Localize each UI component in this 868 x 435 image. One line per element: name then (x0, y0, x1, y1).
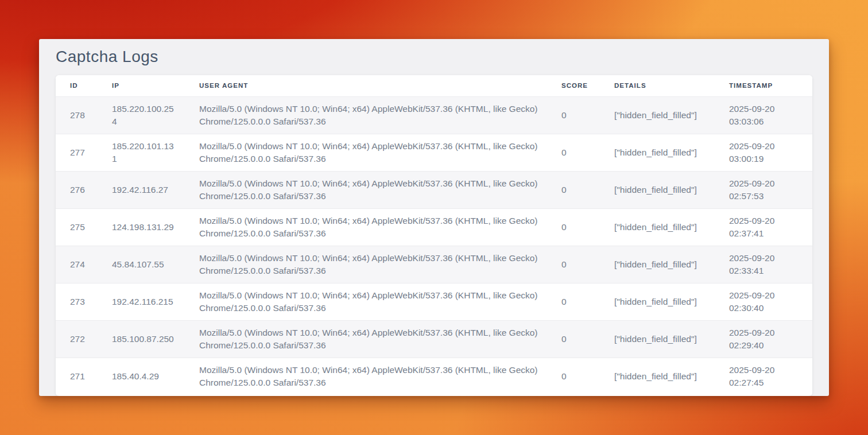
cell-user-agent: Mozilla/5.0 (Windows NT 10.0; Win64; x64… (185, 96, 547, 134)
captcha-logs-table-container: ID IP USER AGENT SCORE DETAILS TIMESTAMP… (56, 75, 812, 396)
cell-user-agent: Mozilla/5.0 (Windows NT 10.0; Win64; x64… (185, 134, 547, 171)
cell-details: ["hidden_field_filled"] (600, 320, 715, 358)
cell-id: 276 (56, 171, 98, 208)
cell-id: 272 (56, 320, 98, 358)
cell-timestamp: 2025-09-20 02:37:41 (715, 208, 812, 246)
cell-id: 273 (56, 283, 98, 320)
cell-ip: 192.42.116.215 (98, 283, 185, 320)
cell-user-agent: Mozilla/5.0 (Windows NT 10.0; Win64; x64… (185, 246, 547, 283)
cell-details: ["hidden_field_filled"] (600, 208, 715, 246)
cell-score: 0 (547, 283, 600, 320)
cell-ip: 185.220.101.131 (98, 134, 185, 171)
column-header-user-agent: USER AGENT (185, 75, 547, 96)
cell-details: ["hidden_field_filled"] (600, 246, 715, 283)
cell-id: 277 (56, 134, 98, 171)
cell-details: ["hidden_field_filled"] (600, 171, 715, 208)
cell-timestamp: 2025-09-20 03:00:19 (715, 134, 812, 171)
table-row: 271 185.40.4.29 Mozilla/5.0 (Windows NT … (56, 358, 812, 395)
table-header-row: ID IP USER AGENT SCORE DETAILS TIMESTAMP (56, 75, 812, 96)
cell-ip: 192.42.116.27 (98, 171, 185, 208)
captcha-logs-table: ID IP USER AGENT SCORE DETAILS TIMESTAMP… (56, 75, 812, 395)
column-header-score: SCORE (547, 75, 600, 96)
cell-score: 0 (547, 246, 600, 283)
cell-user-agent: Mozilla/5.0 (Windows NT 10.0; Win64; x64… (185, 208, 547, 246)
cell-user-agent: Mozilla/5.0 (Windows NT 10.0; Win64; x64… (185, 171, 547, 208)
table-body: 278 185.220.100.254 Mozilla/5.0 (Windows… (56, 96, 812, 395)
cell-details: ["hidden_field_filled"] (600, 358, 715, 395)
cell-timestamp: 2025-09-20 02:30:40 (715, 283, 812, 320)
cell-id: 274 (56, 246, 98, 283)
cell-id: 275 (56, 208, 98, 246)
table-row: 272 185.100.87.250 Mozilla/5.0 (Windows … (56, 320, 812, 358)
cell-details: ["hidden_field_filled"] (600, 96, 715, 134)
cell-timestamp: 2025-09-20 03:03:06 (715, 96, 812, 134)
cell-ip: 185.40.4.29 (98, 358, 185, 395)
cell-score: 0 (547, 208, 600, 246)
cell-ip: 45.84.107.55 (98, 246, 185, 283)
cell-timestamp: 2025-09-20 02:57:53 (715, 171, 812, 208)
cell-timestamp: 2025-09-20 02:33:41 (715, 246, 812, 283)
cell-user-agent: Mozilla/5.0 (Windows NT 10.0; Win64; x64… (185, 283, 547, 320)
cell-score: 0 (547, 358, 600, 395)
cell-score: 0 (547, 320, 600, 358)
column-header-details: DETAILS (600, 75, 715, 96)
cell-user-agent: Mozilla/5.0 (Windows NT 10.0; Win64; x64… (185, 358, 547, 395)
cell-timestamp: 2025-09-20 02:29:40 (715, 320, 812, 358)
cell-details: ["hidden_field_filled"] (600, 134, 715, 171)
cell-ip: 185.100.87.250 (98, 320, 185, 358)
cell-id: 278 (56, 96, 98, 134)
page-title: Captcha Logs (56, 48, 829, 66)
cell-details: ["hidden_field_filled"] (600, 283, 715, 320)
table-row: 276 192.42.116.27 Mozilla/5.0 (Windows N… (56, 171, 812, 208)
cell-score: 0 (547, 171, 600, 208)
cell-ip: 124.198.131.29 (98, 208, 185, 246)
table-row: 274 45.84.107.55 Mozilla/5.0 (Windows NT… (56, 246, 812, 283)
column-header-id: ID (56, 75, 98, 96)
column-header-ip: IP (98, 75, 185, 96)
table-row: 275 124.198.131.29 Mozilla/5.0 (Windows … (56, 208, 812, 246)
column-header-timestamp: TIMESTAMP (715, 75, 812, 96)
cell-user-agent: Mozilla/5.0 (Windows NT 10.0; Win64; x64… (185, 320, 547, 358)
captcha-logs-card: Captcha Logs ID IP USER AGENT SCORE DETA… (39, 39, 829, 396)
table-row: 278 185.220.100.254 Mozilla/5.0 (Windows… (56, 96, 812, 134)
cell-timestamp: 2025-09-20 02:27:45 (715, 358, 812, 395)
cell-score: 0 (547, 134, 600, 171)
cell-score: 0 (547, 96, 600, 134)
cell-ip: 185.220.100.254 (98, 96, 185, 134)
table-row: 277 185.220.101.131 Mozilla/5.0 (Windows… (56, 134, 812, 171)
table-row: 273 192.42.116.215 Mozilla/5.0 (Windows … (56, 283, 812, 320)
cell-id: 271 (56, 358, 98, 395)
